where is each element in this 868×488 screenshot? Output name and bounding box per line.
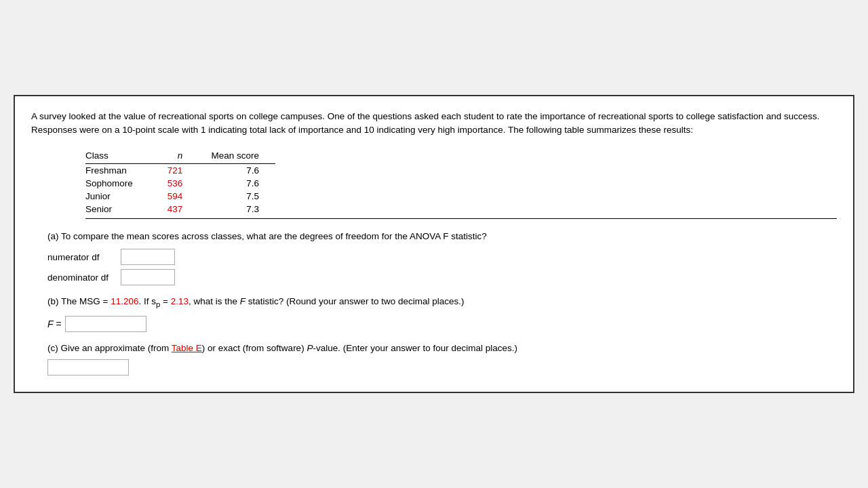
numerator-df-row: numerator df	[47, 249, 837, 265]
table-row: Freshman 721 7.6	[85, 164, 275, 178]
n-freshman: 721	[161, 164, 199, 178]
section-b-question: (b) The MSG = 11.206. If sp = 2.13, what…	[47, 295, 837, 310]
n-junior: 594	[161, 190, 199, 203]
class-sophomore: Sophomore	[85, 177, 161, 190]
col-n-header: n	[161, 148, 199, 164]
denominator-df-row: denominator df	[47, 269, 837, 285]
f-statistic-row: F =	[47, 316, 837, 332]
data-table-wrapper: Class n Mean score Freshman 721 7.6 Soph…	[85, 148, 837, 219]
denominator-df-label: denominator df	[47, 272, 115, 283]
section-a-question: (a) To compare the mean scores across cl…	[47, 230, 837, 243]
p-value-input[interactable]	[47, 359, 129, 375]
section-a: (a) To compare the mean scores across cl…	[47, 230, 837, 285]
class-senior: Senior	[85, 203, 161, 217]
denominator-df-input[interactable]	[121, 269, 175, 285]
intro-paragraph: A survey looked at the value of recreati…	[31, 110, 837, 138]
class-junior: Junior	[85, 190, 161, 203]
class-freshman: Freshman	[85, 164, 161, 178]
f-label: F =	[47, 319, 61, 329]
table-footer-line	[85, 218, 837, 219]
mean-junior: 7.5	[199, 190, 275, 203]
n-senior: 437	[161, 203, 199, 217]
msg-value: 11.206	[111, 296, 138, 306]
table-row: Senior 437 7.3	[85, 203, 275, 217]
data-table: Class n Mean score Freshman 721 7.6 Soph…	[85, 148, 275, 217]
sp-value: 2.13	[171, 296, 189, 306]
table-row: Sophomore 536 7.6	[85, 177, 275, 190]
section-b: (b) The MSG = 11.206. If sp = 2.13, what…	[47, 295, 837, 332]
section-c-question: (c) Give an approximate (from Table E) o…	[47, 342, 837, 355]
mean-senior: 7.3	[199, 203, 275, 217]
mean-sophomore: 7.6	[199, 177, 275, 190]
col-class-header: Class	[85, 148, 161, 164]
table-row: Junior 594 7.5	[85, 190, 275, 203]
section-c: (c) Give an approximate (from Table E) o…	[47, 342, 837, 375]
numerator-df-label: numerator df	[47, 252, 115, 262]
f-statistic-input[interactable]	[65, 316, 146, 332]
mean-freshman: 7.6	[199, 164, 275, 178]
n-sophomore: 536	[161, 177, 199, 190]
main-container: A survey looked at the value of recreati…	[14, 95, 854, 394]
numerator-df-input[interactable]	[121, 249, 175, 265]
col-mean-header: Mean score	[199, 148, 275, 164]
table-e-link[interactable]: Table E	[172, 343, 202, 353]
